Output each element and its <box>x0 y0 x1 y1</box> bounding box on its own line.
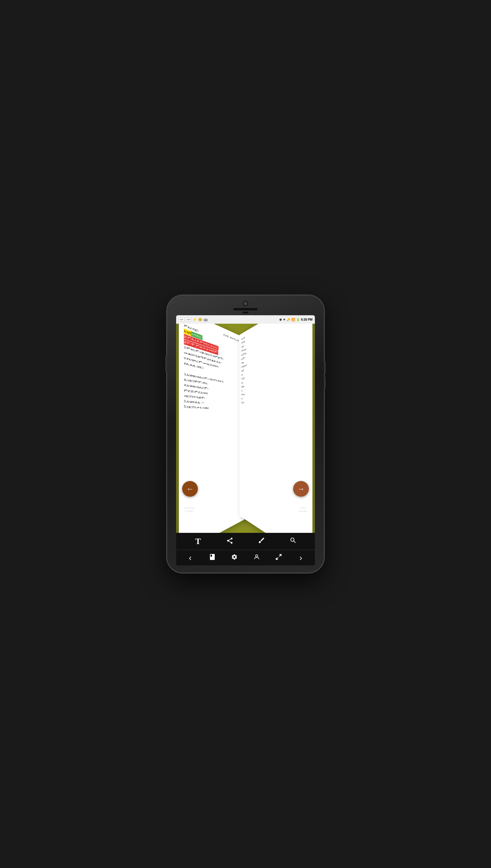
share-icon <box>226 537 233 546</box>
fullscreen-button[interactable] <box>272 552 285 564</box>
toolbar-bottom: ‹ <box>176 550 315 565</box>
toolbar-top: T <box>176 533 315 550</box>
phone-device: </> </> ⚡ 😊 🤖 ⊕ ✴ 🔑 📶 🔋 6:30 PM ኦሪ <box>167 296 324 572</box>
account-button[interactable] <box>251 552 263 564</box>
key-icon: 🔑 <box>287 318 290 321</box>
prev-arrow-icon: ← <box>186 485 194 493</box>
face-icon: 😊 <box>198 318 202 321</box>
back-arrow-icon: ‹ <box>189 553 192 563</box>
usb-icon: ⚡ <box>193 318 197 321</box>
prev-chapter-button[interactable]: ← <box>182 481 198 497</box>
text-format-button[interactable]: T <box>192 535 204 547</box>
highlight-icon <box>258 537 265 546</box>
text-icon: T <box>195 536 201 546</box>
next-arrow-icon: → <box>297 485 305 493</box>
dev-icon-2: </> <box>186 318 192 321</box>
front-camera <box>243 301 248 306</box>
share-button[interactable] <box>224 535 236 547</box>
dev-icon-1: </> <box>178 318 184 321</box>
status-bar: </> </> ⚡ 😊 🤖 ⊕ ✴ 🔑 📶 🔋 6:30 PM <box>176 315 315 324</box>
search-icon <box>290 537 297 546</box>
phone-top <box>167 296 324 315</box>
forward-nav-button[interactable]: › <box>295 552 307 564</box>
location-icon: ⊕ <box>279 318 282 321</box>
settings-button[interactable] <box>228 552 240 564</box>
battery-icon: 🔋 <box>296 318 300 321</box>
front-sensor <box>242 312 249 313</box>
prev-chapter-label: previous chapter <box>180 506 198 513</box>
signal-icon: 📶 <box>291 318 295 321</box>
book-page-right: ፈ፡ዛ፡ ምጽ ዛ:ሃ ምርዜ ፈምፈ ፈም ሃዜ 2፡ይሁን ዝን ሁ 3:ሽ… <box>239 324 313 533</box>
right-page-text: ፈ፡ዛ፡ ምጽ ዛ:ሃ ምርዜ ፈምፈ ፈም ሃዜ 2፡ይሁን ዝን ሁ 3:ሽ… <box>241 324 308 405</box>
earpiece-speaker <box>233 308 258 310</box>
volume-up-button[interactable] <box>324 362 326 374</box>
droid-icon: 🤖 <box>204 318 208 321</box>
gear-icon <box>231 554 238 562</box>
status-icons-right: ⊕ ✴ 🔑 📶 🔋 6:30 PM <box>279 318 313 321</box>
highlight-button[interactable] <box>256 535 267 547</box>
person-icon <box>253 554 260 562</box>
next-chapter-button[interactable]: → <box>293 481 309 497</box>
status-icons-left: </> </> ⚡ 😊 🤖 <box>178 318 208 321</box>
time-display: 6:30 PM <box>301 318 313 321</box>
bluetooth-icon: ✴ <box>283 318 285 321</box>
book-3d-view: ኦሪት ዘፍጥረት Genesis ምዕራፍ፩፡፡ አዝዛአብሔር: ፩፡ምሕረ… <box>191 332 300 525</box>
forward-arrow-icon: › <box>299 553 302 563</box>
left-page-text: ምዕራፍ፩፡፡ አዝዛአብሔር: ፩፡ምሕረቱ:ምዕዲር:ፈጠረ: ፩ሞ:ሞ:ም… <box>184 324 249 412</box>
volume-down-button[interactable] <box>324 377 326 389</box>
book-contents-button[interactable] <box>206 552 219 564</box>
next-chapter-label: next chapter <box>294 506 312 513</box>
back-nav-button[interactable]: ‹ <box>184 552 196 564</box>
fullscreen-icon <box>276 554 282 562</box>
book-icon <box>209 553 216 562</box>
screen: </> </> ⚡ 😊 🤖 ⊕ ✴ 🔑 📶 🔋 6:30 PM ኦሪ <box>176 315 315 565</box>
book-content-area[interactable]: ኦሪት ዘፍጥረት Genesis ምዕራፍ፩፡፡ አዝዛአብሔር: ፩፡ምሕረ… <box>176 324 315 533</box>
search-button[interactable] <box>287 535 299 547</box>
power-button[interactable] <box>165 355 167 372</box>
svg-point-0 <box>256 555 258 557</box>
